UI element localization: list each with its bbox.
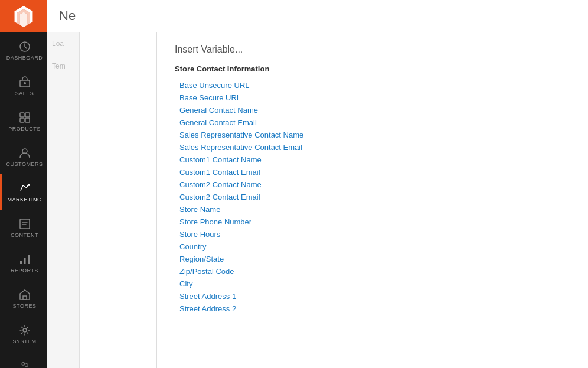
panel-load-label: Loa <box>47 32 79 55</box>
sidebar: DASHBOARD SALES PRODUCTS CUSTOMERS <box>0 0 47 368</box>
svg-rect-15 <box>22 363 24 365</box>
panel-template-label: Tem <box>47 55 79 70</box>
variable-link-11[interactable]: Store Phone Number <box>175 216 570 228</box>
magento-logo-icon <box>13 6 34 27</box>
variable-link-5[interactable]: Sales Representative Contact Email <box>175 141 570 154</box>
svg-rect-11 <box>24 258 25 264</box>
top-bar: Ne <box>47 0 588 32</box>
content-wrapper: Insert Variable... Store Contact Informa… <box>80 32 588 368</box>
variable-link-15[interactable]: Zip/Postal Code <box>175 265 570 278</box>
content-icon <box>18 217 31 230</box>
svg-point-14 <box>23 328 27 332</box>
variable-link-10[interactable]: Store Name <box>175 203 570 216</box>
variable-link-16[interactable]: City <box>175 278 570 290</box>
variable-link-4[interactable]: Sales Representative Contact Name <box>175 129 570 141</box>
customers-icon <box>18 146 31 159</box>
variable-link-8[interactable]: Custom2 Contact Name <box>175 178 570 191</box>
variable-link-0[interactable]: Base Unsecure URL <box>175 79 570 92</box>
sidebar-item-partners[interactable]: FIND PARTNERS & EXTENSIONS <box>0 356 47 368</box>
dashboard-icon <box>18 40 31 53</box>
variable-link-2[interactable]: General Contact Name <box>175 104 570 116</box>
variable-link-1[interactable]: Base Secure URL <box>175 92 570 104</box>
svg-rect-4 <box>25 113 30 117</box>
svg-rect-6 <box>25 118 30 122</box>
svg-rect-10 <box>20 261 22 264</box>
marketing-icon <box>18 182 31 195</box>
variable-link-9[interactable]: Custom2 Contact Email <box>175 191 570 203</box>
svg-point-2 <box>24 82 26 84</box>
svg-point-8 <box>28 184 30 186</box>
insert-variable-panel: Insert Variable... Store Contact Informa… <box>156 32 588 368</box>
variable-link-12[interactable]: Store Hours <box>175 228 570 240</box>
sales-icon <box>18 76 31 89</box>
svg-rect-3 <box>20 113 24 117</box>
main-area: Ne Loa Tem Insert Variable... Store Cont… <box>47 0 588 368</box>
variable-link-13[interactable]: Country <box>175 240 570 253</box>
sidebar-label-stores: STORES <box>13 303 37 309</box>
svg-rect-13 <box>23 296 27 299</box>
variable-link-18[interactable]: Street Address 2 <box>175 302 570 315</box>
panel-title: Insert Variable... <box>175 44 570 55</box>
products-icon <box>18 111 31 124</box>
variable-link-6[interactable]: Custom1 Contact Name <box>175 154 570 166</box>
sidebar-label-customers: CUSTOMERS <box>6 161 43 167</box>
logo[interactable] <box>0 0 47 32</box>
svg-rect-16 <box>25 364 27 366</box>
sidebar-item-sales[interactable]: SALES <box>0 68 47 103</box>
sidebar-label-products: PRODUCTS <box>8 126 41 132</box>
sidebar-item-products[interactable]: PRODUCTS <box>0 103 47 139</box>
sidebar-item-system[interactable]: SYSTEM <box>0 316 47 351</box>
variable-link-17[interactable]: Street Address 1 <box>175 290 570 302</box>
system-icon <box>18 324 31 337</box>
page-title: Ne <box>59 8 76 24</box>
sidebar-item-content[interactable]: CONTENT <box>0 210 47 245</box>
sidebar-label-marketing: MARKETING <box>7 197 41 203</box>
left-panel: Loa Tem <box>47 32 80 368</box>
sidebar-item-reports[interactable]: REPORTS <box>0 245 47 281</box>
sidebar-label-system: SYSTEM <box>12 338 36 344</box>
variable-link-7[interactable]: Custom1 Contact Email <box>175 166 570 178</box>
content-area: Loa Tem Insert Variable... Store Contact… <box>47 32 588 368</box>
sidebar-item-marketing[interactable]: MARKETING <box>0 174 47 210</box>
sidebar-label-dashboard: DASHBOARD <box>6 55 43 61</box>
stores-icon <box>18 288 31 301</box>
svg-rect-9 <box>20 219 30 229</box>
sidebar-label-content: CONTENT <box>11 232 38 238</box>
sidebar-item-customers[interactable]: CUSTOMERS <box>0 139 47 174</box>
variable-list: Base Unsecure URLBase Secure URLGeneral … <box>175 79 570 315</box>
reports-icon <box>18 253 31 266</box>
sidebar-label-sales: SALES <box>15 90 34 96</box>
svg-rect-12 <box>28 255 30 264</box>
partners-icon <box>18 361 31 368</box>
section-heading: Store Contact Information <box>175 64 570 73</box>
sidebar-item-dashboard[interactable]: DASHBOARD <box>0 32 47 68</box>
svg-rect-5 <box>20 118 24 122</box>
sidebar-item-stores[interactable]: STORES <box>0 281 47 316</box>
variable-link-3[interactable]: General Contact Email <box>175 116 570 129</box>
sidebar-label-reports: REPORTS <box>11 268 38 273</box>
variable-link-14[interactable]: Region/State <box>175 253 570 265</box>
